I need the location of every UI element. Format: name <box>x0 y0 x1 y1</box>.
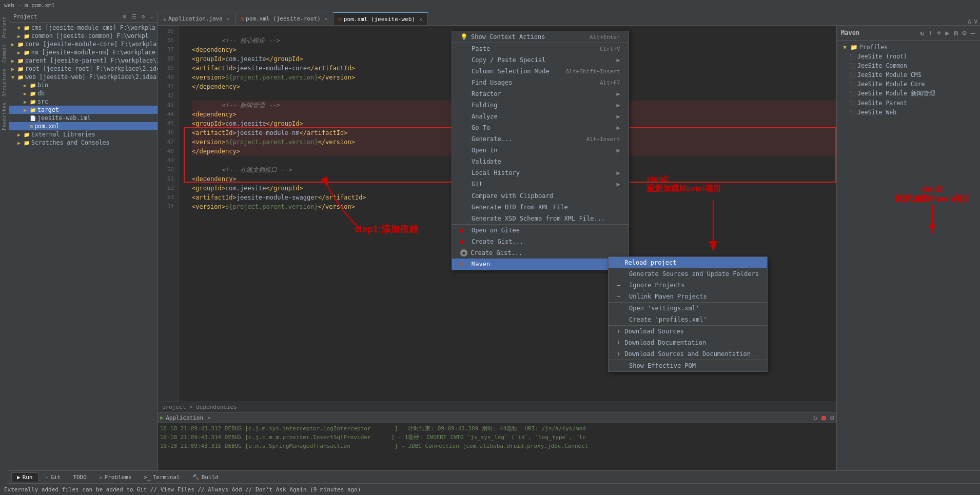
sidebar-btn-1[interactable]: ⊞ <box>123 13 126 20</box>
tab-git[interactable]: ⑂ Git <box>40 472 67 482</box>
maven-refresh[interactable]: ↻ <box>919 28 925 38</box>
maven-add[interactable]: + <box>936 28 942 38</box>
tree-item-web[interactable]: ▼ 📁web [jeesite-web] F:\workplace\2.idea <box>9 73 158 81</box>
maven-sub-create-profiles[interactable]: Create 'profiles.xml' <box>609 314 767 325</box>
ctx-label-refactor: Refactor <box>472 90 501 97</box>
sidebar-btn-4[interactable]: – <box>150 13 153 20</box>
maven-item-jeesite-core[interactable]: ⬛ JeeSite Module Core <box>837 80 980 89</box>
run-more[interactable]: ⚙ <box>830 413 834 422</box>
maven-sub-open-settings[interactable]: Open 'settings.xml' <box>609 302 767 314</box>
tree-item-parent[interactable]: ▶ 📁parent [jeesite-parent] F:\workplace\… <box>9 56 158 65</box>
tab-todo[interactable]: TODO <box>67 472 92 482</box>
tab-close-pom-web[interactable]: ✕ <box>419 16 422 22</box>
maven-label-jeesite-root: JeeSite (root) <box>857 53 907 60</box>
ctx-arrow-openin: ▶ <box>616 147 620 154</box>
ctx-analyze[interactable]: Analyze ▶ <box>452 111 629 122</box>
tree-label-parent: parent [jeesite-parent] F:\workplace\2 <box>25 57 158 64</box>
tree-item-root[interactable]: ▶ 📁root [jeesite-root] F:\workplace\2.id… <box>9 65 158 73</box>
maven-sub-generate[interactable]: Generate Sources and Update Folders <box>609 268 767 280</box>
run-close[interactable]: ✕ <box>207 414 211 421</box>
problems-tab-icon: ⚠ <box>99 474 103 481</box>
tree-item-src[interactable]: ▶ 📁src <box>9 97 158 106</box>
maven-sub-effective[interactable]: Show Effective POM <box>609 360 767 371</box>
ctx-go-to[interactable]: Go To ▶ <box>452 122 629 133</box>
ctx-create-gist2[interactable]: ● Create Gist... <box>452 247 629 259</box>
ctx-compare[interactable]: Compare with Clipboard <box>452 190 629 202</box>
tab-close-pom-root[interactable]: ✕ <box>325 16 328 22</box>
run-stop[interactable]: ■ <box>821 413 826 422</box>
editor-nav-down[interactable]: ∨ <box>974 17 978 25</box>
sidebar-btn-3[interactable]: ⚙ <box>142 13 145 20</box>
ctx-git[interactable]: Git ▶ <box>452 179 629 190</box>
tree-item-scratches[interactable]: ▶ 📁Scratches and Consoles <box>9 138 158 147</box>
tree-item-target[interactable]: ▶ 📁target <box>9 106 158 114</box>
ctx-generate[interactable]: Generate... Alt+Insert <box>452 133 629 145</box>
ctx-open-in[interactable]: Open In ▶ <box>452 145 629 156</box>
bottom-tabs: ▶ Run ⑂ Git TODO ⚠ Problems >_ Terminal … <box>9 470 980 484</box>
maven-sub-download-sources[interactable]: ⬇ Download Sources <box>609 325 767 337</box>
tab-pom-web[interactable]: m pom.xml (jeesite-web) ✕ <box>334 12 428 25</box>
maven-item-jeesite-cms[interactable]: ⬛ JeeSite Module CMS <box>837 70 980 80</box>
tree-item-core[interactable]: ▶ 📁core [jeesite-module-core] F:\workpla <box>9 40 158 48</box>
tab-problems[interactable]: ⚠ Problems <box>93 472 138 482</box>
ctx-maven[interactable]: m Maven ▶ <box>452 259 629 270</box>
ctx-open-gitee[interactable]: ● Open on Gitee <box>452 224 629 236</box>
ctx-generate-dtd[interactable]: Generate DTD from XML File <box>452 202 629 213</box>
ctx-paste[interactable]: Paste Ctrl+V <box>452 43 629 54</box>
maven-sub-download-both[interactable]: ⬇ Download Sources and Documentation <box>609 348 767 360</box>
maven-m[interactable]: m <box>953 28 959 38</box>
maven-sub-unlink[interactable]: — Unlink Maven Projects <box>609 291 767 302</box>
ctx-show-context[interactable]: 💡 Show Context Actions Alt+Enter <box>452 31 629 43</box>
line-num-53: 53 <box>158 193 174 202</box>
tab-close-application[interactable]: ✕ <box>227 16 230 22</box>
ctx-label-dtd: Generate DTD from XML File <box>472 204 568 211</box>
tab-terminal[interactable]: >_ Terminal <box>138 472 185 482</box>
tree-item-nm[interactable]: ▶ 📁nm [jeesite-module-nm] F:\workplace <box>9 48 158 56</box>
tree-item-db[interactable]: ▶ 📁db <box>9 89 158 97</box>
ctx-folding[interactable]: Folding ▶ <box>452 100 629 111</box>
tree-item-external-libraries[interactable]: ▶ 📁External Libraries <box>9 130 158 138</box>
maven-sub-ignore[interactable]: — Ignore Projects <box>609 280 767 291</box>
maven-close[interactable]: – <box>970 28 976 38</box>
vtab-commit[interactable]: Commit <box>1 41 8 66</box>
ctx-generate-xsd[interactable]: Generate XSD Schema from XML File... <box>452 213 629 224</box>
sidebar-btn-2[interactable]: ☰ <box>131 13 136 20</box>
maven-item-jeesite-web[interactable]: ⬛ JeeSite Web <box>837 108 980 117</box>
maven-item-jeesite-root[interactable]: ⬛ JeeSite (root) <box>837 52 980 61</box>
vtab-project[interactable]: Project <box>1 13 8 41</box>
maven-item-jeesite-parent[interactable]: ⬛ JeeSite Parent <box>837 98 980 108</box>
maven-download[interactable]: ⬇ <box>927 28 933 38</box>
maven-run[interactable]: ▶ <box>944 28 950 38</box>
editor-nav-up[interactable]: ∧ <box>967 17 971 25</box>
tab-run[interactable]: ▶ Run <box>11 472 38 482</box>
maven-title: Maven <box>841 29 859 36</box>
maven-item-jeesite-news[interactable]: ⬛ JeeSite Module 新闻管理 <box>837 89 980 98</box>
tree-item-pom-xml[interactable]: m pom.xml <box>9 122 158 130</box>
run-restart[interactable]: ↻ <box>813 413 817 422</box>
ctx-arrow-refactor: ▶ <box>616 90 620 97</box>
ctx-create-gist1[interactable]: ● Create Gist... <box>452 236 629 247</box>
ctx-local-history[interactable]: Local History ▶ <box>452 167 629 179</box>
maven-settings[interactable]: ⚙ <box>961 28 967 38</box>
maven-label-jeesite-news: JeeSite Module 新闻管理 <box>857 90 935 97</box>
tree-item-bin[interactable]: ▶ 📁bin <box>9 81 158 89</box>
log-line-2: 10-18 21:09:43.315 DEBUG [o.m.s.SpringMa… <box>160 442 834 450</box>
ctx-refactor[interactable]: Refactor ▶ <box>452 88 629 100</box>
tab-build[interactable]: 🔨 Build <box>187 472 224 482</box>
tree-item-cms[interactable]: ▼ 📁cms [jeesite-module-cms] F:\workpla <box>9 24 158 32</box>
maven-sub-download-docs[interactable]: ⬇ Download Documentation <box>609 337 767 348</box>
tree-item-jeesite-web-iml[interactable]: 📄 jeesite-web.iml <box>9 114 158 122</box>
maven-sub-reload[interactable]: ↻ Reload project <box>609 257 767 268</box>
maven-item-jeesite-common[interactable]: ⬛ JeeSite Common <box>837 61 980 70</box>
maven-item-profiles[interactable]: ▼ 📁 Profiles <box>837 43 980 52</box>
tab-application-java[interactable]: ☕ Application.java ✕ <box>158 12 236 25</box>
vtab-favorites[interactable]: Favorites <box>1 100 8 133</box>
tab-pom-root[interactable]: m pom.xml (jeesite-root) ✕ <box>236 12 334 25</box>
ctx-validate[interactable]: Validate <box>452 156 629 167</box>
maven-sub-reload-label: Reload project <box>624 259 676 266</box>
tree-item-common[interactable]: ▶ 📁common [jeesite-common] F:\workpl <box>9 32 158 40</box>
ctx-copy-paste-special[interactable]: Copy / Paste Special ▶ <box>452 54 629 66</box>
ctx-find-usages[interactable]: Find Usages Alt+F7 <box>452 77 629 88</box>
ctx-column-selection[interactable]: Column Selection Mode Alt+Shift+Insert <box>452 66 629 77</box>
vtab-structure[interactable]: Structure <box>1 66 8 100</box>
